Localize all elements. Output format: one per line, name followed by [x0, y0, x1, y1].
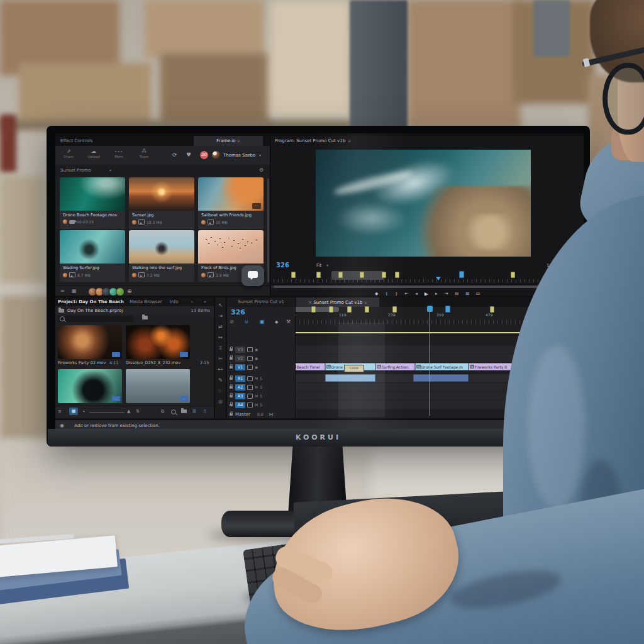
- comment-bubble-button[interactable]: [242, 265, 264, 286]
- go-to-out-button[interactable]: ⇥: [444, 291, 448, 296]
- collapse-icon[interactable]: ‹: [191, 299, 193, 304]
- team-button[interactable]: ⁂ Team: [132, 148, 156, 159]
- program-playhead[interactable]: [436, 277, 441, 280]
- track-badge[interactable]: A2: [235, 384, 245, 391]
- overflow-menu-icon[interactable]: ⋯: [112, 396, 120, 401]
- add-marker-icon[interactable]: ◆: [275, 319, 278, 325]
- lock-icon[interactable]: [230, 357, 233, 360]
- master-meter-icon[interactable]: ⋈: [269, 412, 273, 417]
- clip-name[interactable]: Fireworks Party 02.mov: [58, 360, 106, 365]
- track-header-v2[interactable]: V2 ◉: [227, 354, 294, 362]
- sync-lock-icon[interactable]: [247, 365, 253, 370]
- eye-icon[interactable]: ◉: [255, 356, 258, 361]
- play-button[interactable]: ▶: [425, 291, 428, 296]
- new-item-icon[interactable]: ⊞: [192, 409, 196, 414]
- lock-icon[interactable]: [230, 404, 233, 406]
- tab-sequence-v1[interactable]: Sunset Promo Cut v1: [227, 297, 295, 307]
- lock-icon[interactable]: [230, 413, 233, 416]
- track-badge[interactable]: A3: [235, 393, 245, 399]
- track-badge[interactable]: V3: [235, 347, 245, 353]
- file-tile[interactable]: Sunset.jpg 18.3 MB: [129, 177, 194, 229]
- lock-icon[interactable]: [230, 386, 233, 389]
- rolling-edit-tool-icon[interactable]: ↔: [218, 333, 223, 341]
- gear-icon[interactable]: ⚙: [259, 167, 264, 173]
- in-out-icon[interactable]: ⧉: [161, 409, 164, 414]
- chapter-marker[interactable]: [291, 272, 296, 278]
- clip-thumbnail[interactable]: ⋯: [126, 369, 190, 403]
- selection-tool-icon[interactable]: ↖: [218, 301, 223, 309]
- lock-icon[interactable]: [230, 348, 233, 351]
- search-input[interactable]: [58, 316, 133, 322]
- file-tile[interactable]: Drone Beach Footage.mov 00:03:15: [60, 177, 125, 229]
- user-avatar[interactable]: [212, 151, 220, 159]
- pen-tool-icon[interactable]: ✎: [218, 376, 223, 384]
- timeline-clip[interactable]: fx Drone Surf Footage.m: [415, 363, 469, 370]
- clip-thumbnail[interactable]: ⋯: [58, 325, 122, 359]
- track-header-v1[interactable]: V1 ◉: [227, 363, 294, 371]
- eye-icon[interactable]: ◉: [255, 347, 258, 352]
- track-header-a2[interactable]: A2 M S: [227, 383, 294, 391]
- overflow-menu-icon[interactable]: ⋯: [112, 352, 120, 357]
- find-icon[interactable]: [171, 409, 176, 416]
- close-icon[interactable]: ×: [308, 300, 312, 305]
- sync-lock-icon[interactable]: [247, 402, 253, 408]
- linked-selection-icon[interactable]: ▣: [260, 319, 265, 325]
- track-header-a4[interactable]: A4 M S: [227, 401, 294, 409]
- heart-icon[interactable]: ♥: [186, 152, 191, 158]
- hand-tool-icon[interactable]: ☞: [218, 387, 223, 395]
- lock-icon[interactable]: [230, 395, 233, 397]
- grid-view-icon[interactable]: ▦: [69, 408, 78, 415]
- sync-lock-icon[interactable]: [247, 394, 253, 399]
- new-bin-icon[interactable]: [181, 409, 187, 414]
- file-tile[interactable]: ⋯ Sailboat with Friends.jpg 10 MB: [198, 177, 264, 229]
- collaborator-avatar[interactable]: [116, 287, 125, 296]
- notification-badge[interactable]: 20: [200, 151, 208, 159]
- blue-marker[interactable]: [459, 271, 464, 278]
- mute-button[interactable]: M: [255, 385, 258, 390]
- add-member-icon[interactable]: ⊕: [127, 288, 132, 294]
- grid-view-icon[interactable]: ▦: [72, 288, 77, 294]
- file-tile[interactable]: Walking into the surf.jpg 7.2 MB: [129, 230, 194, 282]
- zoom-tool-icon[interactable]: ◎: [218, 397, 223, 406]
- share-button[interactable]: ⇗ Share: [57, 148, 80, 159]
- solo-button[interactable]: S: [260, 402, 262, 408]
- project-file-name[interactable]: Day On The Beach.prproj: [67, 308, 123, 313]
- track-badge[interactable]: V1: [235, 364, 245, 370]
- track-badge[interactable]: A1: [235, 375, 245, 382]
- eye-icon[interactable]: ◉: [255, 365, 258, 370]
- lock-icon[interactable]: [230, 366, 233, 369]
- lift-button[interactable]: ⊟: [455, 291, 458, 296]
- chevron-down-icon[interactable]: ▾: [259, 153, 261, 157]
- overflow-menu-icon[interactable]: ⋯: [180, 352, 188, 357]
- folder-caret-icon[interactable]: ▾: [109, 168, 111, 172]
- mute-button[interactable]: M: [255, 402, 258, 408]
- tab-frameio[interactable]: Frame.io ≡: [194, 136, 263, 146]
- mute-button[interactable]: M: [255, 376, 258, 381]
- folder-name[interactable]: Sunset Promo: [60, 168, 91, 173]
- list-view-icon[interactable]: ≡: [60, 288, 65, 294]
- solo-button[interactable]: S: [260, 394, 262, 399]
- upload-button[interactable]: ☁ Upload: [82, 148, 106, 159]
- rate-stretch-tool-icon[interactable]: ⇳: [218, 344, 223, 352]
- tab-project[interactable]: Project: Day On The Beach: [58, 299, 124, 304]
- clip-thumbnail[interactable]: ⋯: [58, 369, 122, 403]
- export-frame-button[interactable]: ⊡: [476, 291, 480, 296]
- timeline-timecode[interactable]: 326: [231, 308, 245, 316]
- trash-icon[interactable]: ▯: [204, 409, 206, 414]
- sync-lock-icon[interactable]: [247, 347, 253, 352]
- track-header-v3[interactable]: V3 ◉: [227, 345, 294, 353]
- zoom-out-icon[interactable]: ▴: [83, 409, 85, 413]
- extract-button[interactable]: ⊠: [465, 291, 469, 296]
- mute-button[interactable]: M: [255, 394, 258, 399]
- nest-toggle-icon[interactable]: ⊘: [230, 319, 234, 325]
- track-select-forward-tool-icon[interactable]: ⇥: [218, 312, 223, 320]
- razor-tool-icon[interactable]: ✂: [218, 355, 223, 363]
- track-header-a1[interactable]: A1 M S: [227, 374, 294, 382]
- track-header-master[interactable]: Master 0,0 ⋈: [227, 410, 294, 418]
- lock-icon[interactable]: [230, 377, 233, 380]
- playhead-grabber[interactable]: [427, 306, 433, 312]
- solo-button[interactable]: S: [260, 385, 262, 390]
- track-badge[interactable]: A4: [235, 402, 245, 408]
- snap-toggle-icon[interactable]: ∪: [245, 319, 248, 325]
- step-forward-button[interactable]: ▸: [435, 291, 438, 296]
